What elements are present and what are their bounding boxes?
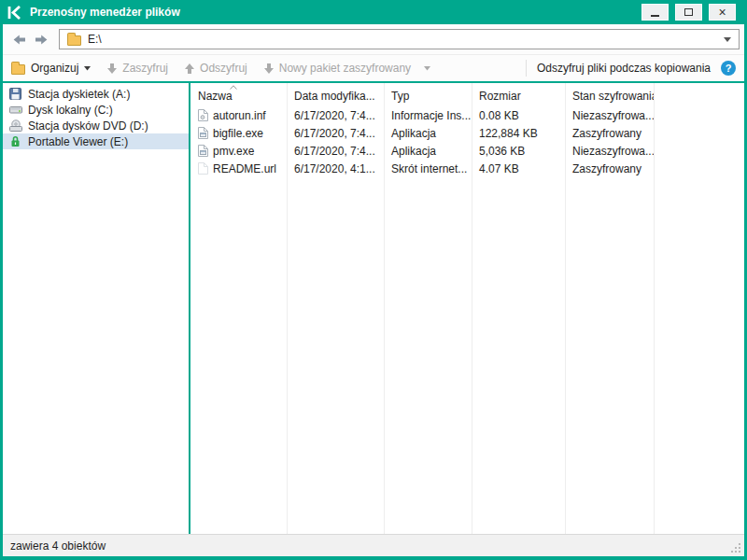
column-gridline	[565, 83, 566, 534]
sort-asc-icon	[230, 85, 237, 90]
file-encryption-cell: Zaszyfrowany	[565, 124, 654, 142]
folder-icon	[11, 64, 25, 75]
file-filler-cell	[654, 160, 744, 177]
file-type-cell: Skrót internet...	[384, 160, 472, 177]
toolbar-right-group: Odszyfruj pliki podczas kopiowania	[526, 60, 736, 77]
file-encryption-cell: Niezaszyfrowa...	[565, 106, 654, 124]
column-gridline	[472, 83, 472, 534]
file-date-cell: 6/17/2020, 7:4...	[287, 142, 384, 160]
new-encrypted-package-label: Nowy pakiet zaszyfrowany	[279, 62, 411, 75]
column-gridline	[384, 83, 385, 534]
column-label: Typ	[391, 90, 409, 103]
drives-sidebar: Stacja dyskietek (A:) Dysk lokalny (C:) …	[3, 83, 189, 534]
floppy-drive-icon	[9, 88, 22, 100]
content-area: Stacja dyskietek (A:) Dysk lokalny (C:) …	[3, 83, 744, 534]
window-controls	[641, 4, 736, 21]
column-gridline	[287, 83, 288, 534]
file-size-cell: 4.07 KB	[472, 160, 565, 177]
title-bar: Przenośny menedżer plików	[0, 0, 747, 24]
sidebar-item-drive-a[interactable]: Stacja dyskietek (A:)	[3, 86, 189, 102]
forward-button[interactable]	[30, 27, 52, 51]
file-row-readme-url[interactable]: README.url 6/17/2020, 4:1... Skrót inter…	[190, 160, 744, 177]
file-date-cell: 6/17/2020, 7:4...	[287, 106, 384, 124]
file-filler-cell	[654, 124, 744, 142]
column-gridline	[654, 83, 655, 534]
file-date-cell: 6/17/2020, 7:4...	[287, 124, 384, 142]
window-title: Przenośny menedżer plików	[30, 6, 180, 19]
column-header-size[interactable]: Rozmiar	[472, 83, 565, 106]
address-dropdown-icon[interactable]	[724, 37, 731, 42]
file-filler-cell	[654, 142, 744, 160]
new-encrypted-package-button[interactable]: Nowy pakiet zaszyfrowany	[264, 62, 411, 75]
column-label: Data modyfika...	[294, 90, 375, 103]
arrow-right-icon	[35, 35, 48, 45]
exe-file-icon	[198, 145, 208, 157]
hard-drive-icon	[9, 104, 22, 116]
file-date-cell: 6/17/2020, 4:1...	[287, 160, 384, 177]
drive-label: Portable Viewer (E:)	[28, 135, 128, 148]
file-name-cell: pmv.exe	[190, 142, 287, 160]
file-encryption-cell: Zaszyfrowany	[565, 160, 654, 177]
file-type-cell: Informacje Ins...	[384, 106, 472, 124]
kaspersky-logo-icon	[7, 6, 21, 20]
address-bar[interactable]: E:\	[59, 29, 740, 49]
encrypt-button[interactable]: Zaszyfruj	[107, 62, 168, 75]
close-icon	[718, 6, 726, 20]
file-list: Nazwa Data modyfika... Typ Rozmiar Stan …	[190, 83, 744, 534]
file-name: autorun.inf	[213, 109, 266, 122]
status-text: zawiera 4 obiektów	[10, 539, 106, 553]
column-header-type[interactable]: Typ	[384, 83, 472, 106]
decrypt-label: Odszyfruj	[200, 62, 247, 75]
file-row-bigfile-exe[interactable]: bigfile.exe 6/17/2020, 7:4... Aplikacja …	[190, 124, 744, 142]
decrypt-button[interactable]: Odszyfruj	[185, 62, 247, 75]
maximize-button[interactable]	[675, 4, 702, 21]
file-name-cell: README.url	[190, 160, 287, 177]
address-text: E:\	[88, 33, 102, 46]
file-size-cell: 5,036 KB	[472, 142, 565, 160]
sidebar-item-drive-c[interactable]: Dysk lokalny (C:)	[3, 102, 189, 118]
chevron-down-icon	[424, 66, 430, 71]
encrypted-drive-icon	[9, 135, 22, 147]
decrypt-while-copying-label: Odszyfruj pliki podczas kopiowania	[537, 62, 711, 75]
inf-file-icon	[198, 109, 208, 121]
file-size-cell: 122,884 KB	[472, 124, 565, 142]
drive-label: Stacja dyskietek (A:)	[28, 88, 130, 101]
back-button[interactable]	[7, 27, 30, 51]
column-header-name[interactable]: Nazwa	[190, 83, 287, 106]
toolbar-separator	[526, 60, 527, 77]
file-list-header: Nazwa Data modyfika... Typ Rozmiar Stan …	[190, 83, 744, 106]
chevron-down-icon	[84, 66, 91, 71]
arrow-down-icon	[264, 63, 274, 74]
arrow-up-icon	[185, 63, 194, 74]
organize-button[interactable]: Organizuj	[11, 62, 91, 75]
file-type-cell: Aplikacja	[384, 124, 472, 142]
sidebar-item-drive-e[interactable]: Portable Viewer (E:)	[3, 133, 189, 149]
column-label: Stan szyfrowania	[572, 90, 654, 103]
column-label: Nazwa	[198, 90, 233, 103]
file-row-pmv-exe[interactable]: pmv.exe 6/17/2020, 7:4... Aplikacja 5,03…	[190, 142, 744, 160]
decrypt-while-copying-button[interactable]: Odszyfruj pliki podczas kopiowania	[537, 62, 711, 75]
sidebar-item-drive-d[interactable]: Stacja dysków DVD (D:)	[3, 118, 189, 133]
help-icon[interactable]	[721, 61, 736, 76]
drive-label: Dysk lokalny (C:)	[28, 104, 113, 117]
navigation-bar: E:\	[3, 24, 744, 55]
minimize-button[interactable]	[641, 4, 669, 21]
column-header-encryption-status[interactable]: Stan szyfrowania	[565, 83, 654, 106]
window-body: E:\ Organizuj Zaszyfruj Odszyfruj	[3, 24, 744, 556]
file-filler-cell	[654, 106, 744, 124]
exe-file-icon	[198, 127, 208, 139]
column-header-date-modified[interactable]: Data modyfika...	[287, 83, 384, 106]
organize-label: Organizuj	[31, 62, 78, 75]
status-bar: zawiera 4 obiektów	[3, 534, 744, 556]
portable-file-manager-window: Przenośny menedżer plików E:\	[0, 0, 747, 560]
file-name-cell: bigfile.exe	[190, 124, 287, 142]
url-file-icon	[198, 162, 208, 175]
minimize-icon	[651, 15, 659, 17]
drive-label: Stacja dysków DVD (D:)	[28, 119, 148, 133]
column-header-filler	[654, 83, 744, 106]
new-encrypted-package-dropdown-button[interactable]	[424, 66, 430, 71]
resize-grip[interactable]	[729, 541, 741, 553]
file-row-autorun-inf[interactable]: autorun.inf 6/17/2020, 7:4... Informacje…	[190, 106, 744, 124]
close-button[interactable]	[709, 4, 736, 21]
file-size-cell: 0.08 KB	[472, 106, 565, 124]
